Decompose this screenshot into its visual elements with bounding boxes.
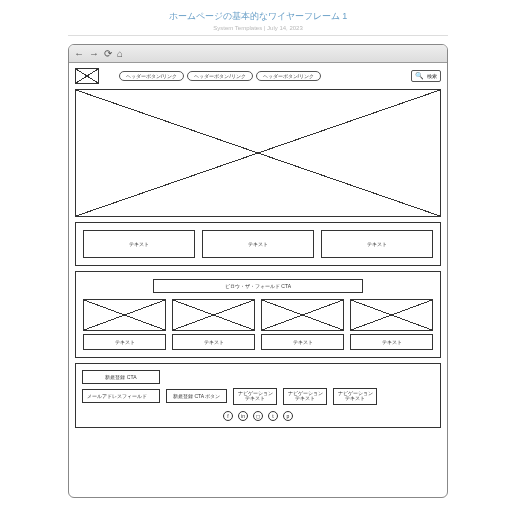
email-field[interactable]: メールアドレスフィールド: [82, 389, 160, 403]
browser-frame: ← → ⟳ ⌂ ヘッダーボタン/リンク ヘッダーボタン/リンク ヘッダーボタン/…: [68, 44, 448, 498]
thumbnail-caption-2: テキスト: [172, 334, 255, 350]
thumbnail-2[interactable]: [172, 299, 255, 331]
thumbnail-3[interactable]: [261, 299, 344, 331]
pinterest-icon[interactable]: p: [283, 411, 293, 421]
nav-text-3[interactable]: ナビゲーションテキスト: [333, 388, 377, 405]
forward-icon[interactable]: →: [89, 48, 99, 59]
page-title: ホームページの基本的なワイヤーフレーム 1: [68, 10, 448, 23]
browser-toolbar: ← → ⟳ ⌂: [69, 45, 447, 63]
search-box[interactable]: 🔍 検索: [411, 70, 441, 82]
instagram-icon[interactable]: ◻: [253, 411, 263, 421]
header-link-3[interactable]: ヘッダーボタン/リンク: [256, 71, 321, 81]
signup-cta[interactable]: 新規登録 CTA: [82, 370, 160, 384]
home-icon[interactable]: ⌂: [117, 48, 123, 59]
search-label: 検索: [427, 73, 437, 79]
divider: [68, 35, 448, 36]
text-card-3[interactable]: テキスト: [321, 230, 433, 258]
header-nav: ヘッダーボタン/リンク ヘッダーボタン/リンク ヘッダーボタン/リンク: [119, 71, 321, 81]
twitter-icon[interactable]: t: [268, 411, 278, 421]
facebook-icon[interactable]: f: [223, 411, 233, 421]
text-panel: テキスト テキスト テキスト: [75, 222, 441, 266]
header-link-2[interactable]: ヘッダーボタン/リンク: [187, 71, 252, 81]
site-header: ヘッダーボタン/リンク ヘッダーボタン/リンク ヘッダーボタン/リンク 🔍 検索: [75, 68, 441, 84]
below-fold-cta[interactable]: ビロウ・ザ・フォールド CTA: [153, 279, 363, 293]
page-subtitle: System Templates | July 14, 2023: [68, 25, 448, 31]
social-row: f in ◻ t p: [82, 411, 434, 421]
footer-panel: 新規登録 CTA メールアドレスフィールド 新規登録 CTA ボタン ナビゲーシ…: [75, 363, 441, 428]
search-icon: 🔍: [415, 72, 424, 80]
thumbnail-1[interactable]: [83, 299, 166, 331]
back-icon[interactable]: ←: [74, 48, 84, 59]
thumbnail-caption-1: テキスト: [83, 334, 166, 350]
thumbnail-caption-4: テキスト: [350, 334, 433, 350]
header-link-1[interactable]: ヘッダーボタン/リンク: [119, 71, 184, 81]
thumbnail-caption-3: テキスト: [261, 334, 344, 350]
nav-text-1[interactable]: ナビゲーションテキスト: [233, 388, 277, 405]
reload-icon[interactable]: ⟳: [104, 48, 112, 59]
signup-button[interactable]: 新規登録 CTA ボタン: [166, 389, 227, 403]
below-fold-panel: ビロウ・ザ・フォールド CTA テキスト テキスト テキスト: [75, 271, 441, 358]
text-card-1[interactable]: テキスト: [83, 230, 195, 258]
logo-placeholder[interactable]: [75, 68, 99, 84]
text-card-2[interactable]: テキスト: [202, 230, 314, 258]
nav-text-2[interactable]: ナビゲーションテキスト: [283, 388, 327, 405]
hero-image-placeholder: [75, 89, 441, 217]
thumbnail-4[interactable]: [350, 299, 433, 331]
linkedin-icon[interactable]: in: [238, 411, 248, 421]
